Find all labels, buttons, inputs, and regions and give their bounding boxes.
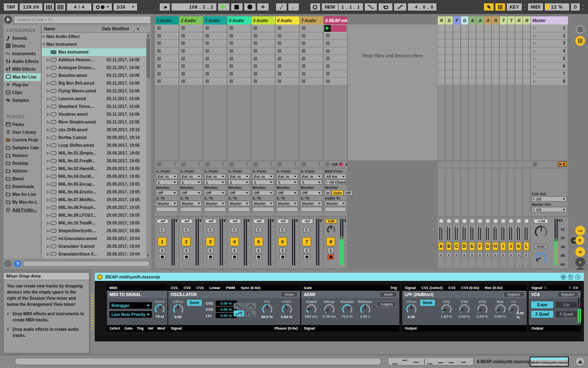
clip-slot[interactable] xyxy=(179,63,203,70)
expand-arrow-icon[interactable]: ▷ xyxy=(46,159,51,163)
returns-toggle[interactable]: R xyxy=(575,236,584,245)
clip-slot[interactable] xyxy=(203,40,227,47)
return-solo-button[interactable]: S xyxy=(493,252,498,257)
track-activator[interactable]: 6 xyxy=(278,237,287,246)
clip-slot[interactable] xyxy=(445,32,452,40)
solo-button[interactable]: S xyxy=(327,248,334,253)
return-fader[interactable] xyxy=(501,225,505,240)
retrigger-dropdown[interactable]: Retrigger xyxy=(109,302,152,309)
io-show-toggle[interactable]: I-O xyxy=(575,226,585,236)
solo-button[interactable]: S xyxy=(207,248,214,253)
attack-knob[interactable] xyxy=(306,304,316,314)
stop-clip-cell-1[interactable] xyxy=(155,161,179,168)
browser-list-item[interactable]: ▷ml.Granulator.amxd29.09.2017, 19:04 xyxy=(42,235,146,242)
lpf-cv3-knob[interactable] xyxy=(477,304,488,314)
volume-display[interactable]: -Inf xyxy=(253,219,265,224)
clip-slot[interactable] xyxy=(508,25,514,32)
metronome-toggle[interactable] xyxy=(93,3,112,11)
clip-slot[interactable] xyxy=(445,78,452,85)
return-activator[interactable]: G xyxy=(485,242,490,251)
browser-scrollbar[interactable]: ▲ ▼ xyxy=(146,33,150,258)
browser-list-item[interactable]: ▷Additive Heaven....03.11.2017, 14:06 xyxy=(42,56,146,64)
clip-slot[interactable] xyxy=(500,32,507,40)
scene-row[interactable]: ▷1 xyxy=(531,25,568,32)
stop-clip-cell-5[interactable] xyxy=(252,161,275,168)
return-fader[interactable] xyxy=(447,225,451,240)
expand-arrow-icon[interactable]: ▷ xyxy=(46,245,51,248)
track-activator[interactable]: 7 xyxy=(302,237,311,246)
key-map-button[interactable]: KEY xyxy=(506,3,522,11)
expand-arrow-icon[interactable]: ▷ xyxy=(46,105,51,108)
browser-list-item[interactable]: ▽Max Instrument xyxy=(42,40,146,48)
sidebar-item-audio-effects[interactable]: Audio Effects xyxy=(4,58,41,65)
clip-slot[interactable] xyxy=(461,63,468,70)
return-track-header-6[interactable]: A xyxy=(477,16,484,25)
return-fader[interactable] xyxy=(524,225,528,240)
return-track-header-5[interactable]: A xyxy=(469,16,476,25)
return-fader[interactable] xyxy=(517,225,521,240)
pan-control[interactable]: C xyxy=(159,227,165,232)
scene-play-icon[interactable]: ▷ xyxy=(533,41,536,45)
fader-handle-icon[interactable] xyxy=(295,219,298,222)
return-pan-knob[interactable] xyxy=(470,218,475,224)
input-type-select[interactable]: Ext. In xyxy=(301,174,322,179)
expand-arrow-icon[interactable]: ▷ xyxy=(46,74,51,77)
osc-semi-button[interactable]: Semi xyxy=(187,300,202,306)
square-wave-button[interactable] xyxy=(245,310,256,316)
input-channel-select[interactable]: 1 xyxy=(204,180,226,185)
return-activator[interactable]: A xyxy=(438,242,444,251)
master-volume-display[interactable]: -1.94 xyxy=(533,219,549,224)
clip-slot[interactable] xyxy=(500,63,507,70)
clip-slot[interactable] xyxy=(300,47,323,55)
midi-keyboard-range-display[interactable] xyxy=(388,357,474,366)
scene-play-icon[interactable]: ▷ xyxy=(533,64,536,68)
monitor-select[interactable]: Off xyxy=(301,190,322,195)
session-record-button[interactable]: + xyxy=(257,3,269,11)
vca-2-quad-button[interactable]: 2 Quad xyxy=(531,311,553,318)
output-select[interactable]: Master xyxy=(252,201,274,206)
clip-slot[interactable] xyxy=(438,25,445,32)
clip-slot[interactable] xyxy=(276,32,299,40)
lpf-cv2-knob[interactable] xyxy=(459,304,470,314)
input-type-select[interactable]: Ext. In xyxy=(276,174,298,179)
clip-slot[interactable] xyxy=(523,32,530,40)
clip-slot[interactable] xyxy=(453,70,460,78)
clip-slot[interactable] xyxy=(515,55,522,63)
browser-list-item[interactable]: ▷M4L.fm.05.Encap...29.09.2017, 19:05 xyxy=(42,180,146,188)
clip-slot[interactable] xyxy=(227,32,251,40)
loop-start-display[interactable]: 1 . 1 . 1 xyxy=(338,3,363,11)
vca-lin-button[interactable]: Lin xyxy=(555,301,577,308)
return-track-header-7[interactable]: A xyxy=(484,16,492,25)
clip-launch-button[interactable] xyxy=(324,25,331,32)
return-pan-knob[interactable] xyxy=(477,218,483,224)
return-pan-knob[interactable] xyxy=(446,218,452,224)
clip-slot[interactable] xyxy=(438,32,445,40)
return-activator[interactable]: D xyxy=(461,242,467,251)
arm-button[interactable] xyxy=(231,254,238,260)
clip-slot[interactable] xyxy=(484,47,491,55)
fader-handle-icon[interactable] xyxy=(343,219,346,222)
monitor-select[interactable]: Off xyxy=(156,190,178,195)
return-activator[interactable]: H xyxy=(492,242,498,251)
input-type-select[interactable]: Ext. In xyxy=(204,174,226,179)
input-channel-select[interactable]: 1 xyxy=(228,180,250,185)
disk-overload-indicator[interactable]: D xyxy=(570,3,580,11)
clip-slot[interactable] xyxy=(227,70,251,78)
browser-list-item[interactable]: ▷M4L.fm.03.HarmM...29.09.2017, 19:05 xyxy=(42,165,146,173)
sidebar-item-drums[interactable]: Drums xyxy=(4,42,41,50)
clip-slot[interactable] xyxy=(324,40,347,47)
clip-slot[interactable] xyxy=(469,78,476,85)
return-solo-button[interactable]: S xyxy=(454,252,459,257)
return-activator[interactable]: J xyxy=(508,242,514,251)
clip-slot[interactable] xyxy=(515,47,522,55)
clip-slot[interactable] xyxy=(227,63,251,70)
cpu-meter[interactable]: 12 % xyxy=(544,3,570,11)
sidebar-item-samples[interactable]: Samples xyxy=(4,96,41,104)
arm-button[interactable] xyxy=(159,254,165,260)
device-save-icon[interactable]: ● xyxy=(575,274,581,280)
clip-slot[interactable] xyxy=(508,32,514,40)
clip-slot[interactable] xyxy=(203,32,227,40)
search-input[interactable] xyxy=(14,16,151,24)
output-select[interactable]: Master xyxy=(204,201,226,206)
clip-slot[interactable] xyxy=(324,55,347,63)
